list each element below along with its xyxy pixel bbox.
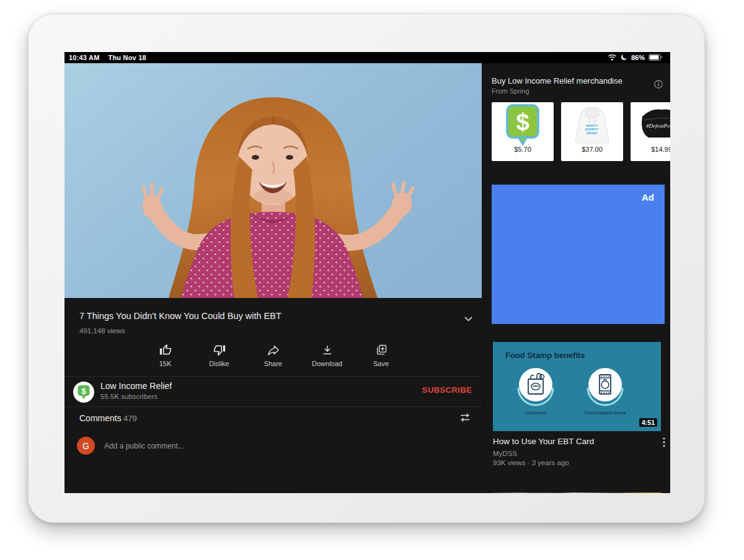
merch-item-dollar-sticker[interactable]: $ $5.70 [492,102,554,161]
user-avatar: G [77,437,95,455]
svg-text:BROKE: BROKE [587,131,598,135]
download-icon [321,344,334,356]
chevron-down-icon[interactable] [464,313,472,324]
status-time: 10:43 AM [69,54,100,61]
dislike-label: Dislike [209,360,229,367]
share-arrow-icon [267,344,280,356]
sort-comments-icon[interactable] [459,412,471,426]
hoodie-image: BIPPITY BOPPITY BROKE [570,102,614,147]
svg-text:$: $ [81,387,86,396]
status-date: Thu Nov 18 [108,54,146,61]
dislike-button[interactable]: Dislike [198,341,241,372]
save-button[interactable]: Save [360,341,403,372]
channel-avatar: $ [73,382,94,403]
battery-percent: 86% [631,54,645,61]
thumbnail-label: Groceries [525,410,547,416]
subscribe-button[interactable]: SUBSCRIBE [422,385,472,395]
screenshot-stage: 10:43 AM Thu Nov 18 [0,0,744,560]
do-not-disturb-moon-icon [621,54,627,62]
merch-item-hoodie[interactable]: BIPPITY BOPPITY BROKE $37.00 [561,102,623,161]
thumbnail-food-item: Food-related items [571,364,639,416]
youtube-app-screen: 10:43 AM Thu Nov 18 [64,52,670,493]
thumbnail-groceries-item: Groceries [502,364,570,416]
add-comment-row[interactable]: G Add a public comment... [64,430,482,461]
status-bar: 10:43 AM Thu Nov 18 [64,52,670,63]
share-button[interactable]: Share [252,341,295,372]
thumbs-up-icon [159,344,172,356]
comments-count: 479 [123,414,137,423]
action-bar: 15K Dislike Share [64,341,482,372]
merch-price: $37.00 [582,146,603,153]
ad-label: Ad [642,192,654,203]
suggested-video-channel: MyDSS [493,450,517,457]
duration-badge: 4:51 [639,418,657,427]
dollar-sticker-image: $ [505,102,541,147]
canned-food-icon [583,364,627,409]
next-thumbnail-partial[interactable] [493,492,661,493]
comments-header: Comments 479 [64,407,482,428]
svg-text:#DefeatPoverty: #DefeatPoverty [646,123,670,129]
download-label: Download [312,360,342,367]
merch-title: Buy Low Income Relief merchandise [492,76,622,85]
view-count: 491,148 views [79,327,125,335]
info-icon[interactable] [654,80,663,91]
save-label: Save [373,360,389,367]
suggested-video-title[interactable]: How to Use Your EBT Card [493,437,642,446]
merch-price: $5.70 [514,146,531,153]
sidebar: Buy Low Income Relief merchandise From S… [487,63,670,493]
groceries-icon [513,364,558,409]
merch-item-fanny-pack[interactable]: #DefeatPoverty $14.99 [631,102,670,161]
merch-shelf: $ $5.70 BIPPITY [492,102,670,161]
merch-subtitle: From Spring [492,87,529,95]
channel-row[interactable]: $ Low Income Relief 55.5K subscribers SU… [64,377,482,406]
thumbs-down-icon [213,344,226,356]
svg-text:$: $ [516,109,529,135]
like-count-label: 15K [159,360,172,367]
subscriber-count: 55.5K subscribers [100,393,157,400]
comment-placeholder: Add a public comment... [104,442,184,450]
merch-price: $14.99 [651,146,670,153]
comments-title: Comments [79,413,122,423]
svg-text:BIPPITY: BIPPITY [586,124,599,128]
like-button[interactable]: 15K [144,341,187,372]
fanny-pack-image: #DefeatPoverty [637,102,670,147]
channel-name: Low Income Relief [100,381,172,391]
download-button[interactable]: Download [306,341,349,372]
thumbnail-label: Food-related items [585,410,626,416]
suggested-video-meta: 93K views · 3 years ago [493,459,569,466]
thumbnail-title: Food Stamp benefits [505,351,585,360]
save-to-playlist-icon [375,344,388,356]
video-player[interactable] [64,63,482,298]
share-label: Share [264,360,282,367]
watch-column: 7 Things You Didn't Know You Could Buy w… [64,63,482,493]
tablet-frame: 10:43 AM Thu Nov 18 [28,14,705,523]
suggested-video-thumbnail[interactable]: Food Stamp benefits Groceries [493,342,661,431]
kebab-menu-icon[interactable] [663,437,665,450]
wifi-icon [608,53,617,62]
video-title: 7 Things You Didn't Know You Could Buy w… [79,311,439,321]
battery-icon [649,54,663,62]
ad-banner[interactable]: Ad [492,185,665,324]
